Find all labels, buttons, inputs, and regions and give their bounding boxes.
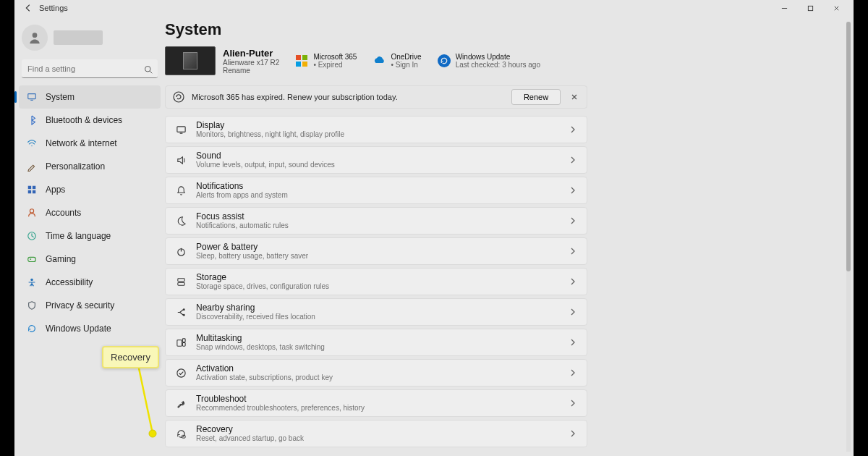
bluetooth-icon <box>26 115 37 126</box>
banner-close-button[interactable] <box>568 90 581 104</box>
sidebar-item-time-language[interactable]: Time & language <box>14 224 165 248</box>
maximize-button[interactable] <box>797 1 823 15</box>
nav-label: Personalization <box>46 161 105 172</box>
sidebar-item-accessibility[interactable]: Accessibility <box>14 271 165 294</box>
svg-rect-17 <box>176 126 184 132</box>
nav-label: Apps <box>46 185 65 195</box>
update-icon <box>438 54 451 67</box>
page-title: System <box>165 20 842 39</box>
svg-point-2 <box>145 67 151 72</box>
sidebar-item-system[interactable]: System <box>19 85 161 109</box>
pc-rename-link[interactable]: Rename <box>223 67 279 75</box>
search-input[interactable] <box>22 59 158 78</box>
card-title: Storage <box>196 273 569 282</box>
scrollbar-thumb[interactable] <box>846 22 851 271</box>
svg-rect-25 <box>182 342 185 346</box>
nav-label: Bluetooth & devices <box>46 115 122 125</box>
card-subtitle: Volume levels, output, input, sound devi… <box>196 161 569 169</box>
chevron-right-icon <box>569 336 579 349</box>
svg-point-16 <box>174 92 184 102</box>
sidebar-item-network-internet[interactable]: Network & internet <box>14 132 165 155</box>
close-icon <box>571 93 578 101</box>
status-m365[interactable]: Microsoft 365• Expired <box>295 53 357 69</box>
sidebar-item-bluetooth-devices[interactable]: Bluetooth & devices <box>14 109 165 132</box>
sound-icon <box>173 155 189 166</box>
scrollbar[interactable] <box>846 22 851 452</box>
settings-card-notifications[interactable]: NotificationsAlerts from apps and system <box>165 177 587 204</box>
status-label: Windows Update <box>456 53 540 61</box>
share-icon <box>173 307 189 318</box>
settings-card-activation[interactable]: ActivationActivation state, subscription… <box>165 359 587 387</box>
settings-app: Settings SystemBluetooth & devicesNetwor… <box>14 0 854 456</box>
svg-point-26 <box>176 368 184 376</box>
sidebar-item-apps[interactable]: Apps <box>14 178 165 201</box>
profile-block[interactable] <box>14 20 165 59</box>
chevron-right-icon <box>569 153 579 166</box>
nav-label: System <box>46 92 75 102</box>
sidebar-item-personalization[interactable]: Personalization <box>14 155 165 178</box>
svg-rect-12 <box>296 55 301 60</box>
settings-card-power-battery[interactable]: Power & batterySleep, battery usage, bat… <box>165 237 587 265</box>
card-subtitle: Monitors, brightness, night light, displ… <box>196 130 569 138</box>
search-box[interactable] <box>22 59 158 78</box>
power-icon <box>173 246 189 257</box>
settings-card-focus-assist[interactable]: Focus assistNotifications, automatic rul… <box>165 207 587 235</box>
shield-icon <box>26 300 37 311</box>
onedrive-icon <box>373 54 386 67</box>
chevron-right-icon <box>569 275 579 288</box>
svg-rect-5 <box>32 186 35 189</box>
sidebar-item-windows-update[interactable]: Windows Update <box>14 317 165 340</box>
pc-image <box>165 46 216 75</box>
recovery-icon <box>173 428 189 439</box>
chevron-right-icon <box>569 366 579 379</box>
grid-icon <box>26 185 37 195</box>
brush-icon <box>26 161 37 172</box>
settings-card-recovery[interactable]: RecoveryReset, advanced startup, go back <box>165 420 587 447</box>
settings-card-sound[interactable]: SoundVolume levels, output, input, sound… <box>165 146 587 174</box>
card-title: Notifications <box>196 182 569 191</box>
settings-card-display[interactable]: DisplayMonitors, brightness, night light… <box>165 116 587 143</box>
renew-button[interactable]: Renew <box>511 89 561 105</box>
card-subtitle: Recommended troubleshooters, preferences… <box>196 404 569 412</box>
status-sub: • Expired <box>313 61 357 69</box>
settings-card-multitasking[interactable]: MultitaskingSnap windows, desktops, task… <box>165 329 587 356</box>
card-subtitle: Storage space, drives, configuration rul… <box>196 282 569 290</box>
pc-block[interactable]: Alien-Puter Alienware x17 R2 Rename <box>165 46 279 75</box>
card-subtitle: Snap windows, desktops, task switching <box>196 343 569 351</box>
card-subtitle: Sleep, battery usage, battery saver <box>196 252 569 260</box>
status-update[interactable]: Windows UpdateLast checked: 3 hours ago <box>438 53 540 69</box>
callout-label: Recovery <box>102 346 159 368</box>
svg-rect-20 <box>177 282 184 285</box>
settings-card-storage[interactable]: StorageStorage space, drives, configurat… <box>165 268 587 295</box>
avatar <box>22 25 48 51</box>
titlebar: Settings <box>14 0 854 16</box>
svg-rect-7 <box>32 190 35 193</box>
settings-card-troubleshoot[interactable]: TroubleshootRecommended troubleshooters,… <box>165 389 587 417</box>
card-title: Sound <box>196 151 569 161</box>
pc-name: Alien-Puter <box>223 48 279 59</box>
nav-label: Time & language <box>46 231 111 241</box>
person-icon <box>27 30 42 45</box>
sidebar-item-gaming[interactable]: Gaming <box>14 248 165 271</box>
sidebar-item-privacy-security[interactable]: Privacy & security <box>14 294 165 317</box>
m365-icon <box>295 54 308 67</box>
chevron-right-icon <box>569 245 579 258</box>
monitor-icon <box>26 92 37 103</box>
settings-card-nearby-sharing[interactable]: Nearby sharingDiscoverability, received … <box>165 298 587 326</box>
update-icon <box>26 324 37 334</box>
minimize-button[interactable] <box>771 1 797 15</box>
card-title: Nearby sharing <box>196 303 569 313</box>
chevron-right-icon <box>569 305 579 318</box>
multi-icon <box>173 337 189 348</box>
status-sub: Last checked: 3 hours ago <box>456 61 540 69</box>
search-icon <box>144 64 153 77</box>
sidebar-item-accounts[interactable]: Accounts <box>14 201 165 224</box>
svg-point-22 <box>182 313 184 316</box>
status-onedrive[interactable]: OneDrive• Sign In <box>373 53 421 69</box>
close-button[interactable] <box>823 1 849 15</box>
letterbox <box>854 0 868 456</box>
maximize-icon <box>807 5 814 12</box>
chevron-right-icon <box>569 123 579 136</box>
back-button[interactable] <box>23 3 33 13</box>
banner-icon <box>173 91 184 103</box>
